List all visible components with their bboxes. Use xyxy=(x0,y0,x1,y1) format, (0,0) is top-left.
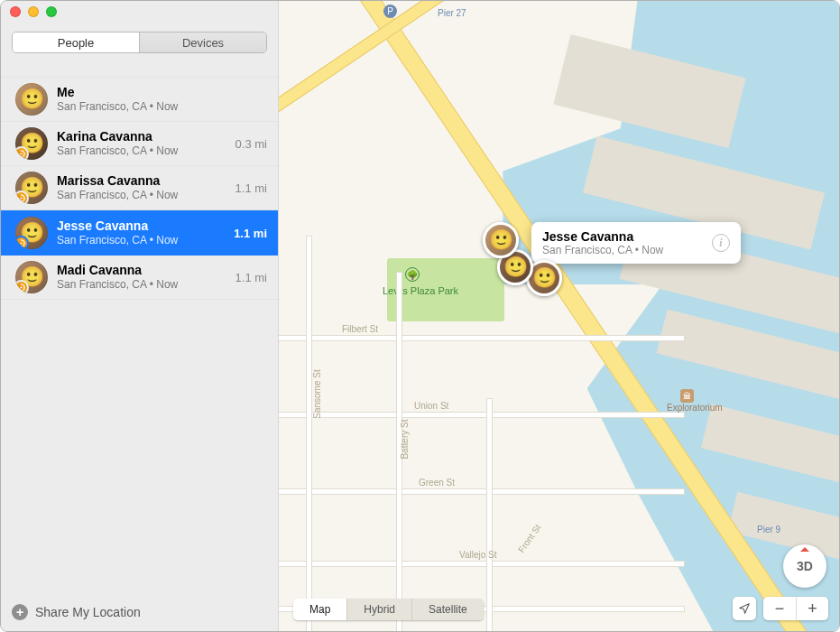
fullscreen-window-button[interactable] xyxy=(46,6,57,17)
share-my-location-button[interactable]: + Share My Location xyxy=(1,595,278,631)
street-label: Front St xyxy=(516,523,542,554)
map-person-pin[interactable]: 🙂 xyxy=(483,222,519,258)
svg-point-3 xyxy=(20,286,22,288)
map-poi-label: Pier 9 xyxy=(757,525,780,534)
person-name: Me xyxy=(57,85,262,100)
svg-point-2 xyxy=(20,242,22,244)
street-label: Union St xyxy=(414,401,448,411)
sharing-badge-icon xyxy=(15,146,29,160)
person-name: Madi Cavanna xyxy=(57,263,230,278)
sharing-badge-icon xyxy=(15,236,29,249)
callout-location: San Francisco, CA • Now xyxy=(542,244,712,256)
person-distance: 1.1 mi xyxy=(235,271,267,284)
map-road xyxy=(279,412,685,418)
tab-devices[interactable]: Devices xyxy=(139,33,266,52)
list-item[interactable]: 🙂 Marissa Cavanna San Francisco, CA • No… xyxy=(1,166,278,210)
person-distance: 1.1 mi xyxy=(234,227,267,240)
parking-icon: P xyxy=(383,5,397,18)
street-label: Battery St xyxy=(400,420,410,460)
park-icon: 🌳 xyxy=(405,267,420,282)
map-mode-satellite[interactable]: Satellite xyxy=(411,599,484,620)
map-mode-map[interactable]: Map xyxy=(293,599,346,620)
person-location: San Francisco, CA • Now xyxy=(57,100,262,114)
avatar: 🙂 xyxy=(15,127,48,160)
zoom-out-button[interactable]: − xyxy=(763,597,796,620)
svg-point-0 xyxy=(20,153,22,154)
map-mode-segmented: Map Hybrid Satellite xyxy=(293,599,484,620)
sidebar: People Devices 🙂 Me San Francisco, CA • … xyxy=(1,1,279,631)
person-name: Jesse Cavanna xyxy=(57,218,228,234)
sharing-badge-icon xyxy=(15,280,29,293)
callout-name: Jesse Cavanna xyxy=(542,229,712,244)
find-my-window: People Devices 🙂 Me San Francisco, CA • … xyxy=(0,0,840,632)
map-road xyxy=(279,561,685,567)
list-item[interactable]: 🙂 Jesse Cavanna San Francisco, CA • Now … xyxy=(1,210,278,256)
zoom-in-button[interactable]: + xyxy=(796,597,828,620)
person-location: San Francisco, CA • Now xyxy=(57,144,230,158)
person-name: Karina Cavanna xyxy=(57,129,230,144)
people-devices-segmented: People Devices xyxy=(12,32,267,53)
avatar: 🙂 xyxy=(15,261,48,293)
street-label: Filbert St xyxy=(342,324,378,334)
person-distance: 0.3 mi xyxy=(235,137,267,151)
locate-me-button[interactable] xyxy=(733,597,756,620)
map-poi-label: Levi's Plaza Park xyxy=(383,285,458,296)
compass-3d-button[interactable]: 3D xyxy=(783,544,826,588)
street-label: Vallejo St xyxy=(459,550,497,560)
person-distance: 1.1 mi xyxy=(235,181,267,195)
map-road xyxy=(279,1,525,138)
person-location: San Francisco, CA • Now xyxy=(57,278,230,292)
map-road xyxy=(279,488,685,495)
info-button[interactable]: i xyxy=(712,234,730,252)
map-road xyxy=(306,236,312,631)
street-label: Sansome St xyxy=(312,369,322,418)
svg-point-1 xyxy=(20,197,22,199)
list-item[interactable]: 🙂 Me San Francisco, CA • Now xyxy=(1,77,278,122)
map-poi-label: Pier 27 xyxy=(438,8,466,18)
avatar: 🙂 xyxy=(15,172,48,204)
museum-icon: 🏛 xyxy=(680,389,694,403)
people-list: 🙂 Me San Francisco, CA • Now 🙂 Karina Ca… xyxy=(1,62,278,595)
share-my-location-label: Share My Location xyxy=(35,605,141,619)
map-road xyxy=(486,398,493,631)
map-view[interactable]: 🌳 Levi's Plaza Park Filbert St Union St … xyxy=(279,1,839,631)
street-label: Green St xyxy=(419,478,455,488)
person-name: Marissa Cavanna xyxy=(57,173,230,189)
tab-people[interactable]: People xyxy=(13,33,139,52)
map-poi-label: Exploratorium xyxy=(667,403,723,413)
map-road xyxy=(279,335,685,341)
plus-icon: + xyxy=(12,604,28,620)
location-arrow-icon xyxy=(738,602,751,615)
person-location: San Francisco, CA • Now xyxy=(57,234,228,247)
person-callout: Jesse Cavanna San Francisco, CA • Now i xyxy=(531,222,741,264)
avatar: 🙂 xyxy=(15,83,48,116)
minimize-window-button[interactable] xyxy=(28,6,39,17)
map-mode-hybrid[interactable]: Hybrid xyxy=(346,599,411,620)
avatar: 🙂 xyxy=(15,217,48,249)
person-location: San Francisco, CA • Now xyxy=(57,189,230,202)
close-window-button[interactable] xyxy=(10,6,21,17)
compass-label: 3D xyxy=(797,559,813,573)
zoom-controls: − + xyxy=(763,597,828,620)
list-item[interactable]: 🙂 Karina Cavanna San Francisco, CA • Now… xyxy=(1,122,278,166)
list-item[interactable]: 🙂 Madi Cavanna San Francisco, CA • Now 1… xyxy=(1,256,278,300)
window-traffic-lights xyxy=(10,6,57,17)
sharing-badge-icon xyxy=(15,191,29,204)
